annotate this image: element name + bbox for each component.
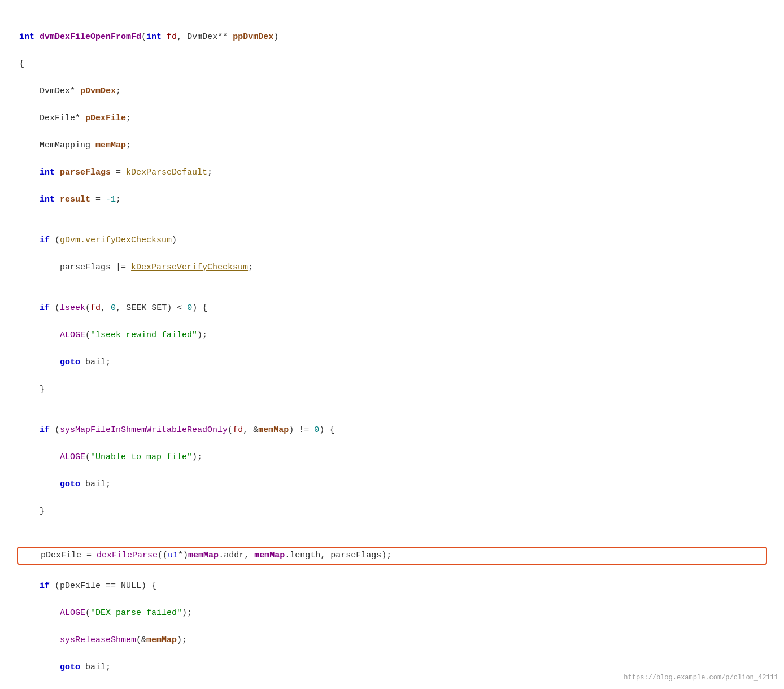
line-9: if (gDvm.verifyDexChecksum) [17,234,767,247]
code-block: int dvmDexFileOpenFromFd(int fd, DvmDex*… [17,11,767,689]
line-24: ALOGE("DEX parse failed"); [17,607,767,620]
line-14: goto bail; [17,356,767,369]
line-3: DvmDex* pDvmDex; [17,85,767,98]
line-10: parseFlags |= kDexParseVerifyChecksum; [17,261,767,274]
line-6: int parseFlags = kDexParseDefault; [17,166,767,180]
line-15: } [17,383,767,396]
line-5: MemMapping memMap; [17,139,767,152]
url-label: https://blog.example.com/p/clion_42111 [624,673,778,683]
line-20: } [17,505,767,518]
highlighted-line-dexfileparse: pDexFile = dexFileParse((u1*)memMap.addr… [17,547,767,565]
line-17: if (sysMapFileInShmemWritableReadOnly(fd… [17,424,767,437]
line-18: ALOGE("Unable to map file"); [17,451,767,464]
line-13: ALOGE("lseek rewind failed"); [17,329,767,342]
line-4: DexFile* pDexFile; [17,112,767,125]
line-23: if (pDexFile == NULL) { [17,579,767,593]
line-25: sysReleaseShmem(&memMap); [17,634,767,647]
line-2: { [17,58,767,71]
line-7: int result = -1; [17,193,767,207]
line-1: int dvmDexFileOpenFromFd(int fd, DvmDex*… [17,30,767,44]
line-19: goto bail; [17,478,767,491]
line-12: if (lseek(fd, 0, SEEK_SET) < 0) { [17,302,767,315]
